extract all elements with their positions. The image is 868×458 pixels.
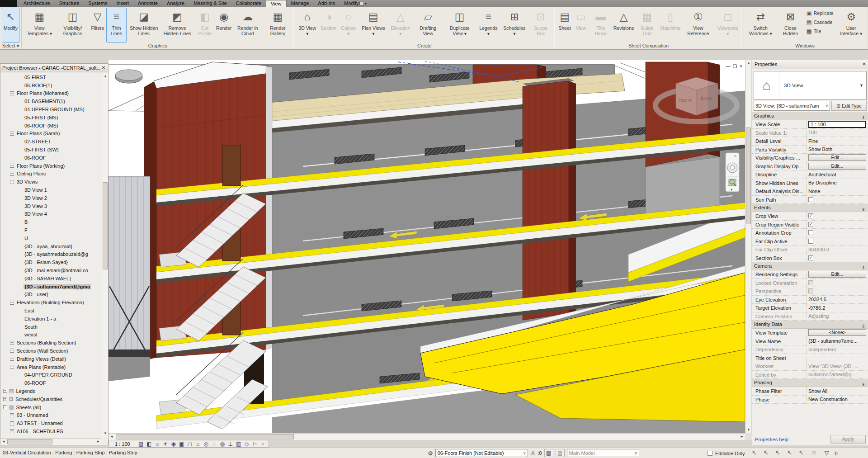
collapse-arrow-icon[interactable]: ‹ bbox=[259, 441, 267, 447]
project-browser-title[interactable]: Project Browser - GARAG -CENTRAL_sult... bbox=[0, 64, 108, 72]
tab-analyze[interactable]: Analyze bbox=[162, 0, 189, 7]
tree-item-3d-eslam-sayed[interactable]: {3D - Eslam Sayed} bbox=[1, 258, 101, 266]
tree-item-drafting-views-detail[interactable]: +Drafting Views (Detail) bbox=[1, 355, 101, 363]
tree-item-3d-ayaa-abouzaid[interactable]: {3D - ayaa_abouzaid} bbox=[1, 242, 101, 250]
tree-item-05-first-ms[interactable]: 05-FIRST (MS) bbox=[1, 113, 101, 122]
tree-item-f[interactable]: F bbox=[1, 226, 101, 234]
expand-icon[interactable]: + bbox=[10, 172, 14, 176]
tree-item-a106-schedules[interactable]: +A106 - SCHEDULES bbox=[1, 427, 101, 435]
tab-systems[interactable]: Systems bbox=[84, 0, 112, 7]
collapse-chevron-icon[interactable]: «« bbox=[859, 382, 867, 385]
select-underlay-elements-icon[interactable]: ↖ bbox=[760, 449, 772, 458]
expand-icon[interactable]: + bbox=[3, 397, 7, 401]
button-switch-windows[interactable]: ⇄Switch Windows ▾ bbox=[744, 8, 777, 42]
button-drafting-view[interactable]: ▱Drafting View bbox=[414, 8, 443, 42]
properties-help-link[interactable]: Properties help bbox=[755, 437, 788, 442]
worksharing-display-icon[interactable]: ▥ bbox=[235, 441, 243, 447]
button-filters[interactable]: ▽Filters bbox=[90, 8, 105, 42]
input-view-scale[interactable]: 1 : 100 bbox=[808, 121, 866, 128]
button-cascade[interactable]: ▤Cascade bbox=[804, 18, 835, 27]
button-sheet[interactable]: ▤Sheet bbox=[557, 8, 572, 42]
checkbox-sun-path[interactable] bbox=[808, 197, 813, 202]
scroll-down-icon[interactable]: ▼ bbox=[745, 427, 752, 433]
tree-item-3d-user[interactable]: {3D - user} bbox=[1, 291, 101, 299]
tree-item-sheets-all[interactable]: −▥Sheets (all) bbox=[1, 403, 101, 411]
scrollbar-thumb[interactable] bbox=[103, 182, 108, 269]
button-graphic-display-op[interactable]: Edit... bbox=[808, 163, 866, 170]
button-duplicate-view[interactable]: ◫Duplicate View ▾ bbox=[443, 8, 476, 42]
ribbon-display-toggle[interactable]: ▾ bbox=[356, 0, 370, 6]
tree-item-area-plans-rentable[interactable]: −Area Plans (Rentable) bbox=[1, 363, 101, 371]
scroll-up-icon[interactable]: ▲ bbox=[745, 60, 752, 66]
temporary-hide-isolate-icon[interactable]: ◌ bbox=[210, 441, 218, 447]
tree-item-01-basement-1[interactable]: 01-BASEMENT(1) bbox=[1, 97, 101, 105]
button-3d-view[interactable]: ⌂3D View ▾ bbox=[296, 8, 319, 42]
collapse-icon[interactable]: − bbox=[3, 405, 7, 409]
expand-icon[interactable]: + bbox=[10, 357, 14, 361]
design-options-dropdown[interactable]: Main Model ∨ bbox=[567, 449, 639, 457]
tree-item-3d-view-3[interactable]: 3D View 3 bbox=[1, 202, 101, 210]
section-header-identity-data[interactable]: Identity Data«« bbox=[752, 321, 868, 329]
instance-selector-dropdown[interactable]: 3D View: {3D - sultanmo7am ∨ bbox=[754, 101, 830, 111]
close-icon[interactable]: ✕ bbox=[863, 61, 866, 66]
checkbox-far-clip-active[interactable] bbox=[808, 239, 813, 244]
expand-icon[interactable]: + bbox=[10, 164, 14, 168]
expand-icon[interactable]: + bbox=[10, 429, 14, 433]
button-legends[interactable]: ≡Legends ▾ bbox=[477, 8, 500, 42]
tab-view[interactable]: View bbox=[266, 0, 287, 7]
measure-lock-icon[interactable]: ⊢ bbox=[251, 441, 259, 447]
tree-item-04-upper-ground-ms[interactable]: 04-UPPER GROUND (MS) bbox=[1, 105, 101, 113]
tab-massing-site[interactable]: Massing & Site bbox=[189, 0, 231, 7]
button-render-in-cloud[interactable]: ☁Render in Cloud bbox=[233, 8, 263, 42]
section-header-graphics[interactable]: Graphics«« bbox=[752, 112, 868, 120]
gray-inactive-worksets-icon[interactable]: ▨ bbox=[556, 449, 565, 457]
checkbox-crop-view[interactable]: ✓ bbox=[808, 213, 813, 218]
panel-label-graphics[interactable]: Graphics bbox=[22, 42, 294, 49]
button-rendering-settings[interactable]: Edit... bbox=[808, 271, 866, 278]
tab-insert[interactable]: Insert bbox=[112, 0, 134, 7]
button-render[interactable]: ◉Render bbox=[216, 8, 232, 42]
tree-item-elevations-building-elevation[interactable]: −Elevations (Building Elevation) bbox=[1, 298, 101, 307]
property-value[interactable]: -9786.2 bbox=[807, 305, 868, 311]
collapse-chevron-icon[interactable]: «« bbox=[859, 116, 867, 118]
button-visibility-graphics[interactable]: Edit... bbox=[808, 154, 866, 161]
tree-item-06-roof-ms[interactable]: 06-ROOF (MS) bbox=[1, 122, 101, 130]
select-elements-by-face-icon[interactable]: ↖ bbox=[783, 449, 795, 458]
button-visibility-graphics[interactable]: ◫Visibility/ Graphics bbox=[57, 8, 89, 42]
tree-item-b[interactable]: B bbox=[1, 218, 101, 226]
button-tile[interactable]: ▦Tile bbox=[804, 27, 835, 36]
tree-item-weast[interactable]: weast bbox=[1, 331, 101, 339]
navbar-close-icon[interactable]: × bbox=[734, 154, 736, 158]
collapse-icon[interactable]: − bbox=[10, 91, 14, 95]
tree-item-06-roof-1[interactable]: 06-ROOF(1) bbox=[1, 81, 101, 90]
tab-manage[interactable]: Manage bbox=[287, 0, 314, 7]
panel-label-windows[interactable]: Windows bbox=[742, 42, 868, 49]
tree-item-east[interactable]: East bbox=[1, 307, 101, 315]
tab-architecture[interactable]: Architecture bbox=[19, 0, 55, 7]
button-user-interface[interactable]: ⚙User Interface ▾ bbox=[836, 8, 866, 42]
tree-item-3d-mai-emam-hotmail-co[interactable]: {3D - mai-emam@hotmail.co bbox=[1, 266, 101, 274]
property-value[interactable]: sultanmo7amed@g... bbox=[807, 372, 868, 377]
property-value[interactable]: New Construction bbox=[807, 397, 868, 402]
select-links-icon[interactable]: ↖ bbox=[748, 449, 760, 458]
scrollbar-thumb[interactable] bbox=[116, 434, 294, 439]
tree-item-ceiling-plans[interactable]: +Ceiling Plans bbox=[1, 170, 101, 178]
viewport-horizontal-scrollbar[interactable]: ◄ ► bbox=[108, 433, 745, 440]
tree-item-3d-views[interactable]: −3D Views bbox=[1, 178, 101, 186]
visual-style-icon[interactable]: ◧ bbox=[145, 441, 153, 447]
section-header-extents[interactable]: Extents«« bbox=[752, 204, 868, 212]
button-replicate[interactable]: ▣Replicate bbox=[804, 9, 835, 18]
viewcube-right-face[interactable]: RIGHT bbox=[679, 98, 692, 103]
expand-icon[interactable]: + bbox=[10, 341, 14, 345]
tree-item-schedules-quantities[interactable]: +⊞Schedules/Quantities bbox=[1, 395, 101, 403]
editable-only-checkbox[interactable] bbox=[708, 451, 712, 456]
close-icon[interactable]: × bbox=[740, 64, 742, 69]
tree-item-04-upper-ground[interactable]: 04-UPPER GROUND bbox=[1, 371, 101, 379]
filter-icon[interactable]: ▽ bbox=[821, 449, 832, 458]
button-remove-hidden-lines[interactable]: ◩Remove Hidden Lines bbox=[161, 8, 193, 42]
render-region-icon[interactable]: ◍ bbox=[218, 441, 226, 447]
tab-add-ins[interactable]: Add-Ins bbox=[313, 0, 340, 7]
displacement-sets-icon[interactable]: ◇ bbox=[243, 441, 251, 447]
panel-label-select[interactable]: Select ▾ bbox=[0, 42, 21, 49]
crop-view-icon[interactable]: ▣ bbox=[178, 441, 186, 447]
